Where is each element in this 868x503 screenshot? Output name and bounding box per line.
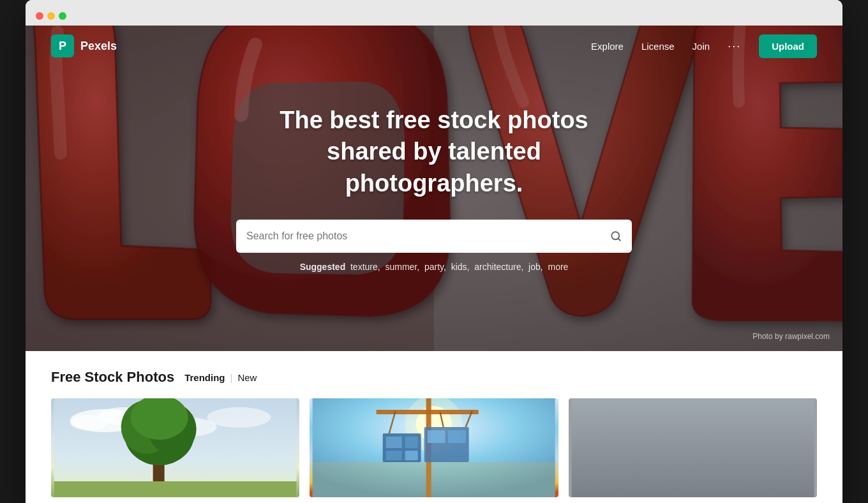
photo-2-image	[310, 398, 558, 497]
search-button[interactable]	[610, 230, 622, 242]
browser-window: P Pexels Explore License Join ··· Upload…	[26, 0, 842, 503]
filter-new[interactable]: New	[237, 372, 257, 383]
svg-rect-23	[386, 437, 402, 448]
dot-close[interactable]	[36, 12, 43, 20]
suggestion-summer[interactable]: summer	[385, 262, 417, 272]
suggestion-architecture[interactable]: architecture	[474, 262, 521, 272]
suggestion-party[interactable]: party	[424, 262, 444, 272]
filter-divider: |	[230, 372, 233, 383]
svg-rect-21	[377, 410, 479, 414]
svg-rect-33	[313, 462, 555, 497]
photo-card-2[interactable]	[310, 398, 558, 497]
svg-point-10	[207, 407, 271, 428]
nav-explore[interactable]: Explore	[591, 41, 624, 52]
section-title: Free Stock Photos	[51, 369, 174, 386]
navbar: P Pexels Explore License Join ··· Upload	[26, 26, 842, 66]
nav-join[interactable]: Join	[692, 41, 710, 52]
hero-title: The best free stock photos shared by tal…	[243, 105, 625, 199]
nav-license[interactable]: License	[641, 41, 675, 52]
photo-grid	[51, 398, 817, 497]
main-content: Free Stock Photos Trending | New	[26, 351, 842, 503]
section-header: Free Stock Photos Trending | New	[51, 369, 817, 386]
nav-more-dots[interactable]: ···	[728, 40, 741, 53]
svg-rect-28	[428, 430, 445, 443]
browser-content: P Pexels Explore License Join ··· Upload…	[26, 26, 842, 503]
svg-point-8	[70, 415, 108, 430]
hero-section: P Pexels Explore License Join ··· Upload…	[26, 26, 842, 351]
dot-maximize[interactable]	[59, 12, 66, 20]
logo-link[interactable]: P Pexels	[51, 34, 117, 57]
nav-links: Explore License Join ··· Upload	[591, 34, 817, 58]
logo-icon: P	[51, 34, 74, 57]
logo-letter: P	[59, 40, 66, 53]
filter-tabs: Trending | New	[184, 372, 257, 383]
search-input[interactable]	[246, 230, 602, 242]
photo-credit: Photo by rawpixel.com	[752, 332, 830, 341]
filter-trending[interactable]: Trending	[184, 372, 225, 383]
logo-text: Pexels	[80, 40, 117, 53]
svg-line-4	[618, 239, 620, 241]
search-bar	[236, 220, 632, 253]
suggestion-texture[interactable]: texture	[350, 262, 378, 272]
svg-rect-29	[448, 430, 466, 443]
dot-minimize[interactable]	[47, 12, 55, 20]
svg-rect-34	[571, 398, 814, 497]
suggestion-job[interactable]: job	[528, 262, 541, 272]
search-suggestions: Suggested texture, summer, party, kids, …	[300, 262, 569, 272]
upload-button[interactable]: Upload	[759, 34, 817, 58]
photo-3-image	[569, 398, 817, 497]
svg-rect-26	[405, 451, 418, 460]
browser-chrome	[26, 0, 842, 26]
suggestions-label: Suggested	[300, 262, 346, 272]
svg-rect-16	[54, 481, 297, 497]
search-icon	[610, 230, 622, 242]
browser-dots	[36, 12, 66, 20]
photo-card-1[interactable]	[51, 398, 299, 497]
svg-rect-25	[386, 451, 402, 460]
photo-1-image	[51, 398, 299, 497]
svg-rect-24	[405, 437, 418, 448]
suggestion-kids[interactable]: kids	[451, 262, 467, 272]
suggestion-more[interactable]: more	[548, 262, 568, 272]
hero-content: The best free stock photos shared by tal…	[26, 26, 842, 351]
photo-card-3[interactable]	[569, 398, 817, 497]
